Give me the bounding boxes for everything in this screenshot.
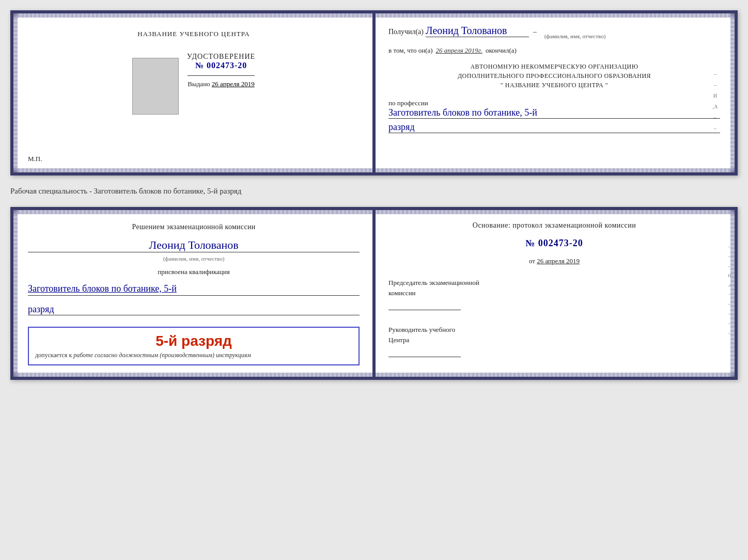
org-line3: " НАЗВАНИЕ УЧЕБНОГО ЦЕНТРА "	[388, 81, 720, 90]
cert-book-1: НАЗВАНИЕ УЧЕБНОГО ЦЕНТРА УДОСТОВЕРЕНИЕ №…	[10, 10, 738, 175]
ot-date-block: от 26 апреля 2019	[388, 257, 720, 265]
org-line1: АВТОНОМНУЮ НЕКОММЕРЧЕСКУЮ ОРГАНИЗАЦИЮ	[388, 62, 720, 71]
po-professii-label: по профессии	[388, 99, 720, 107]
stamp-box: 5-й разряд допускается к работе согласно…	[28, 327, 360, 365]
predsedatel-signature-line	[388, 300, 461, 310]
resheniem-text: Решением экзаменационной комиссии	[28, 221, 360, 232]
poluchil-block: Получил(а) Леонид Толованов – (фамилия, …	[388, 25, 720, 39]
predsedatel-label-2: комиссии	[388, 288, 720, 298]
osnovanie-text: Основание: протокол экзаменационной коми…	[388, 221, 720, 230]
dopuskaetsya-italic: работе согласно должностным (производств…	[73, 351, 251, 359]
org-line2: ДОПОЛНИТЕЛЬНОГО ПРОФЕССИОНАЛЬНОГО ОБРАЗО…	[388, 71, 720, 81]
mp-label: М.П.	[28, 155, 42, 163]
cert2-person-name: Леонид Толованов	[28, 238, 360, 252]
cert-book-2: Решением экзаменационной комиссии Леонид…	[10, 207, 738, 380]
stamp-rank: 5-й разряд	[35, 333, 352, 349]
vtom-date: 26 апреля 2019г.	[436, 46, 482, 55]
poluchil-label: Получил(а)	[388, 28, 424, 36]
ot-date-value: 26 апреля 2019	[537, 257, 580, 265]
rukovoditel-label-1: Руководитель учебного	[388, 325, 720, 335]
cert1-professiya: Заготовитель блоков по ботанике, 5-й	[388, 107, 720, 119]
udostoverenie-title: УДОСТОВЕРЕНИЕ	[187, 53, 255, 61]
vtom-label: в том, что он(а)	[388, 46, 433, 55]
cert2-right-page: Основание: протокол экзаменационной коми…	[374, 210, 735, 377]
vtom-okonchl: окончил(а)	[486, 46, 517, 55]
dopuskaetsya-prefix: допускается к	[35, 351, 72, 359]
specialty-label: Рабочая специальность - Заготовитель бло…	[10, 185, 738, 198]
dopuskaetsya-line: допускается к работе согласно должностны…	[35, 351, 352, 359]
cert2-qualification: Заготовитель блоков по ботанике, 5-й	[28, 282, 360, 296]
udostoverenie-block: УДОСТОВЕРЕНИЕ № 002473-20 Выдано 26 апре…	[187, 53, 255, 88]
page-container: НАЗВАНИЕ УЧЕБНОГО ЦЕНТРА УДОСТОВЕРЕНИЕ №…	[10, 10, 738, 380]
cert1-left-page: НАЗВАНИЕ УЧЕБНОГО ЦЕНТРА УДОСТОВЕРЕНИЕ №…	[13, 13, 374, 172]
protocol-value: 002473-20	[538, 238, 583, 248]
cert1-number-value: 002473-20	[207, 61, 247, 70]
ot-label: от	[529, 257, 535, 265]
rukovoditel-label-2: Центра	[388, 335, 720, 345]
vydano-date: 26 апреля 2019	[212, 80, 255, 88]
cert2-left-page: Решением экзаменационной комиссии Леонид…	[13, 210, 374, 377]
protocol-prefix: №	[525, 238, 535, 248]
vydano-line: Выдано 26 апреля 2019	[187, 80, 255, 88]
photo-placeholder	[132, 58, 179, 115]
cert1-number: № 002473-20	[187, 61, 255, 70]
cert1-training-center-label: НАЗВАНИЕ УЧЕБНОГО ЦЕНТРА	[137, 30, 250, 38]
right-side-marks-2: – – – И ,а ← – – – –	[728, 244, 733, 336]
org-block: АВТОНОМНУЮ НЕКОММЕРЧЕСКУЮ ОРГАНИЗАЦИЮ ДО…	[388, 62, 720, 90]
rukovoditel-signature-line	[388, 347, 461, 357]
prisvoyena-text: присвоена квалификация	[28, 268, 360, 276]
poluchil-dash: –	[533, 28, 537, 36]
protocol-number: № 002473-20	[388, 238, 720, 249]
predsedatel-label-1: Председатель экзаменационной	[388, 278, 720, 288]
right-side-marks-1: – – И ,а ← –	[712, 70, 718, 132]
predsedatel-block: Председатель экзаменационной комиссии	[388, 278, 720, 310]
cert2-razryad: разряд	[28, 304, 360, 315]
cert1-right-page: Получил(а) Леонид Толованов – (фамилия, …	[374, 13, 735, 172]
cert1-number-prefix: №	[195, 61, 204, 70]
vydano-label: Выдано	[188, 80, 210, 88]
rukovoditel-block: Руководитель учебного Центра	[388, 325, 720, 357]
vtom-line: в том, что он(а) 26 апреля 2019г. окончи…	[388, 46, 720, 55]
poluchil-name: Леонид Толованов	[426, 25, 529, 37]
cert2-fio-label: (фамилия, имя, отчество)	[28, 255, 360, 262]
cert1-razryad: разряд	[388, 122, 720, 133]
po-professii-block: по профессии Заготовитель блоков по бота…	[388, 99, 720, 133]
